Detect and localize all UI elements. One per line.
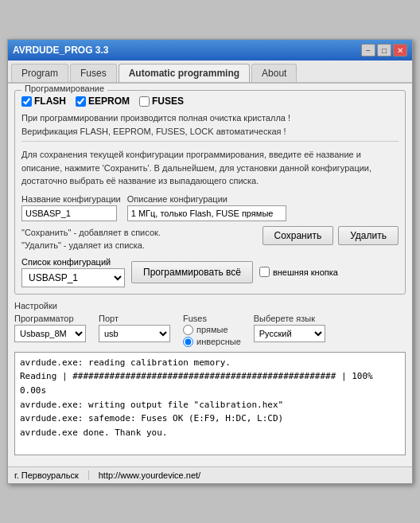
config-desc-field: Описание конфигурации [127, 194, 286, 221]
settings-section: Настройки Программатор Usbasp_8M Порт us… [14, 301, 406, 347]
save-delete-info: "Сохранить" - добавляет в список. "Удали… [21, 226, 161, 252]
config-description: Для сохранения текущей конфигурации прог… [21, 148, 399, 188]
save-delete-buttons: Сохранить Удалить [262, 226, 399, 245]
checkboxes-row: FLASH EEPROM FUSES [21, 96, 399, 107]
fuses-inverse-radio[interactable] [183, 337, 193, 347]
flash-checkbox-label[interactable]: FLASH [21, 96, 66, 107]
tab-program[interactable]: Program [11, 64, 68, 82]
programmer-label: Программатор [14, 314, 86, 323]
language-field: Выберете язык Русский [254, 314, 325, 342]
config-list-label: Список конфигураций [21, 257, 125, 267]
fuses-direct-radio[interactable] [183, 325, 193, 335]
console-line-2: Reading | ##############################… [20, 369, 400, 397]
console-line-6: avrdude.exe: safemode: Fuses OK (E:F9, H… [20, 412, 400, 426]
config-desc-input[interactable] [127, 205, 286, 221]
programming-group-title: Программирование [21, 84, 107, 93]
minimize-button[interactable]: − [361, 44, 375, 57]
save-info-line2: "Удалить" - удаляет из списка. [21, 239, 161, 252]
tab-automatic[interactable]: Automatic programming [119, 64, 250, 82]
config-list-row: Список конфигураций USBASP_1 Программиро… [21, 257, 399, 287]
flash-checkbox[interactable] [21, 96, 32, 107]
config-name-field: Название конфигурации [21, 194, 121, 221]
flash-label: FLASH [34, 96, 66, 107]
fuses-checkbox[interactable] [139, 96, 150, 107]
save-info-line1: "Сохранить" - добавляет в список. [21, 226, 161, 240]
language-select[interactable]: Русский [254, 325, 325, 342]
fuses-field: Fuses прямые инверсные [183, 314, 241, 347]
maximize-button[interactable]: □ [377, 44, 391, 57]
tab-about[interactable]: About [251, 64, 297, 82]
console-line-0: avrdude.exe: reading calibration memory. [20, 356, 400, 370]
config-name-label: Название конфигурации [21, 194, 121, 204]
info-text-2: Верификация FLASH, EEPROM, FUSES, LOCK а… [21, 125, 399, 139]
eeprom-checkbox-label[interactable]: EEPROM [76, 96, 130, 107]
fuses-inverse-text: инверсные [196, 337, 241, 346]
status-url: http://www.yourdevice.net/ [99, 470, 200, 480]
main-content: Программирование FLASH EEPROM FUSES При … [8, 84, 412, 466]
save-button[interactable]: Сохранить [262, 226, 334, 245]
title-controls: − □ ✕ [361, 44, 407, 57]
fuses-label: FUSES [152, 96, 184, 107]
config-list-section: Список конфигураций USBASP_1 [21, 257, 125, 287]
tab-bar: Program Fuses Automatic programming Abou… [8, 60, 412, 84]
console-line-4: avrdude.exe: writing output file "calibr… [20, 398, 400, 412]
external-btn-label-text: внешняя кнопка [273, 267, 338, 277]
status-bar: г. Первоуральск http://www.yourdevice.ne… [8, 466, 412, 483]
settings-title: Настройки [14, 301, 406, 310]
port-select[interactable]: usb [99, 325, 170, 342]
tab-fuses[interactable]: Fuses [70, 64, 117, 82]
fuses-inverse-label[interactable]: инверсные [183, 337, 241, 347]
config-list-select[interactable]: USBASP_1 [21, 268, 125, 287]
title-bar: AVRDUDE_PROG 3.3 − □ ✕ [8, 40, 412, 60]
external-btn-checkbox-label[interactable]: внешняя кнопка [259, 267, 338, 277]
window-title: AVRDUDE_PROG 3.3 [13, 45, 108, 56]
close-button[interactable]: ✕ [393, 44, 407, 57]
programming-group: Программирование FLASH EEPROM FUSES При … [14, 90, 406, 295]
console-area: avrdude.exe: reading calibration memory.… [14, 352, 406, 455]
programmer-field: Программатор Usbasp_8M [14, 314, 86, 342]
save-delete-row: "Сохранить" - добавляет в список. "Удали… [21, 226, 399, 252]
info-text-1: При программировании производится полная… [21, 111, 399, 125]
config-fields-row: Название конфигурации Описание конфигура… [21, 194, 399, 221]
config-name-input[interactable] [21, 205, 117, 221]
fuses-checkbox-label[interactable]: FUSES [139, 96, 184, 107]
main-window: AVRDUDE_PROG 3.3 − □ ✕ Program Fuses Aut… [7, 39, 413, 484]
external-btn-checkbox[interactable] [259, 267, 270, 277]
programmer-select[interactable]: Usbasp_8M [14, 325, 86, 342]
delete-button[interactable]: Удалить [338, 226, 399, 245]
eeprom-checkbox[interactable] [76, 96, 86, 107]
fuses-options-label: Fuses [183, 314, 241, 323]
port-label: Порт [99, 314, 170, 323]
config-desc-label: Описание конфигурации [127, 194, 286, 204]
status-city: г. Первоуральск [14, 470, 79, 480]
port-field: Порт usb [99, 314, 170, 342]
status-separator [88, 470, 89, 480]
fuses-direct-label[interactable]: прямые [183, 325, 241, 335]
eeprom-label: EEPROM [88, 96, 130, 107]
fuses-options: прямые инверсные [183, 325, 241, 347]
console-line-8: avrdude.exe done. Thank you. [20, 426, 400, 440]
fuses-direct-text: прямые [196, 325, 228, 334]
program-all-button[interactable]: Программировать всё [131, 261, 253, 283]
language-label: Выберете язык [254, 314, 325, 323]
settings-row: Программатор Usbasp_8M Порт usb Fuses [14, 314, 406, 347]
